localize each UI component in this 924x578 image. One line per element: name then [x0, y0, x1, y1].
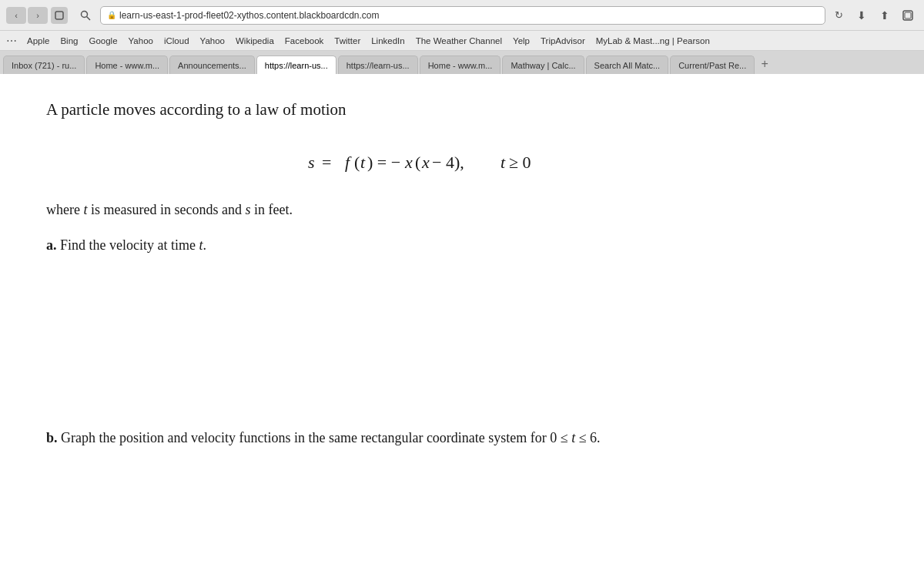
tab-mathway[interactable]: Mathway | Calc...	[502, 55, 584, 74]
bookmark-google[interactable]: Google	[83, 35, 122, 47]
bookmarks-bar: ⋯ Apple Bing Google Yahoo iCloud Yahoo W…	[0, 31, 924, 51]
toolbar-right: ⬇ ⬆	[852, 7, 918, 24]
bookmark-apple[interactable]: Apple	[22, 35, 55, 47]
tab-learn1[interactable]: https://learn-us...	[256, 55, 336, 74]
svg-rect-0	[55, 12, 63, 19]
page-content: A particle moves according to a law of m…	[0, 74, 924, 578]
search-button[interactable]	[75, 7, 95, 24]
svg-text:− 4),: − 4),	[432, 153, 464, 172]
toolbar: ‹ › 🔒 learn-us-east-1-prod-fleet02-xytho…	[0, 0, 924, 31]
nav-buttons: ‹ ›	[6, 7, 68, 24]
tab-announcements[interactable]: Announcements...	[169, 55, 255, 74]
bookmark-facebook[interactable]: Facebook	[280, 35, 330, 47]
bookmark-yahoo1[interactable]: Yahoo	[123, 35, 159, 47]
svg-text:f: f	[345, 153, 352, 172]
lock-icon: 🔒	[107, 11, 116, 19]
tab-search[interactable]: Search All Matc...	[586, 55, 669, 74]
bookmark-twitter[interactable]: Twitter	[329, 35, 366, 47]
part-a-text: a. Find the velocity at time t.	[46, 234, 878, 257]
bookmark-yelp[interactable]: Yelp	[507, 35, 535, 47]
svg-text:x: x	[404, 153, 413, 172]
share-button[interactable]: ⬆	[875, 7, 895, 24]
part-b-text: b. Graph the position and velocity funct…	[46, 426, 878, 450]
svg-text:=: =	[322, 153, 331, 172]
svg-text:s: s	[308, 153, 315, 172]
bookmark-wikipedia[interactable]: Wikipedia	[230, 35, 280, 47]
tab-overview-button[interactable]	[51, 7, 68, 24]
description-text: where t is measured in seconds and s in …	[46, 199, 878, 221]
bookmarks-menu-icon[interactable]: ⋯	[6, 35, 17, 47]
url-text: learn-us-east-1-prod-fleet02-xythos.cont…	[119, 10, 380, 21]
svg-text:(: (	[354, 153, 360, 172]
svg-text:t: t	[360, 153, 366, 172]
bookmark-icloud[interactable]: iCloud	[159, 35, 195, 47]
forward-button[interactable]: ›	[28, 7, 48, 24]
svg-text:) = −: ) = −	[367, 153, 400, 172]
svg-text:x: x	[421, 153, 430, 172]
svg-rect-4	[905, 12, 911, 18]
equation-container: s = f ( t ) = − x ( x − 4), t ≥ 0	[46, 142, 878, 180]
download-button[interactable]: ⬇	[852, 7, 872, 24]
tab-home2[interactable]: Home - www.m...	[420, 55, 501, 74]
svg-point-1	[82, 11, 88, 17]
tab-inbox[interactable]: Inbox (721) - ru...	[3, 55, 85, 74]
problem-title: A particle moves according to a law of m…	[46, 97, 878, 123]
refresh-button[interactable]: ↻	[830, 7, 847, 24]
url-bar[interactable]: 🔒 learn-us-east-1-prod-fleet02-xythos.co…	[100, 6, 825, 25]
tabs-bar: Inbox (721) - ru... Home - www.m... Anno…	[0, 51, 924, 74]
bookmark-yahoo2[interactable]: Yahoo	[195, 35, 230, 47]
bookmark-linkedin[interactable]: LinkedIn	[366, 35, 410, 47]
back-button[interactable]: ‹	[6, 7, 26, 24]
svg-text:(: (	[415, 153, 420, 172]
new-tab-button[interactable]	[898, 7, 918, 24]
bookmark-tripadvisor[interactable]: TripAdvisor	[535, 35, 591, 47]
add-tab-button[interactable]: +	[756, 55, 773, 72]
bookmark-weather[interactable]: The Weather Channel	[410, 35, 507, 47]
tab-home1[interactable]: Home - www.m...	[86, 55, 168, 74]
browser-frame: ‹ › 🔒 learn-us-east-1-prod-fleet02-xytho…	[0, 0, 924, 578]
tab-current[interactable]: Current/Past Re...	[670, 55, 755, 74]
svg-line-2	[87, 16, 91, 20]
tab-learn2[interactable]: https://learn-us...	[338, 55, 418, 74]
svg-text:t: t	[500, 153, 506, 172]
svg-text:≥ 0: ≥ 0	[509, 153, 531, 172]
bookmark-mylab[interactable]: MyLab & Mast...ng | Pearson	[591, 35, 715, 47]
equation-svg: s = f ( t ) = − x ( x − 4), t ≥ 0	[300, 142, 624, 180]
bookmark-bing[interactable]: Bing	[55, 35, 83, 47]
